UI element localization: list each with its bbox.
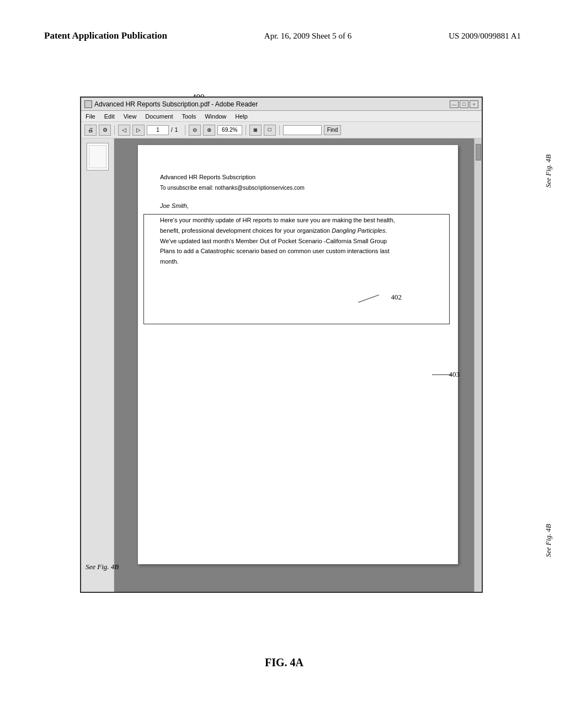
email-line2: benefit, professional development choice… (160, 227, 387, 234)
select-tool-button[interactable]: ▦ (249, 125, 262, 136)
prev-page-button[interactable]: ◁ (118, 125, 130, 136)
content-area: ↻ ◁ Advanced HR Reports Subscription To … (81, 138, 482, 592)
next-page-button[interactable]: ▷ (132, 125, 145, 136)
window-title: Advanced HR Reports Subscription.pdf - A… (94, 100, 258, 108)
find-button[interactable]: Find (324, 125, 341, 135)
page-header: Patent Application Publication Apr. 16, … (0, 30, 565, 41)
toolbar-separator-2 (185, 125, 185, 135)
page-separator: / (171, 127, 173, 133)
zoom-in-button[interactable]: ⊕ (203, 125, 215, 136)
header-date-sheet: Apr. 16, 2009 Sheet 5 of 6 (264, 31, 351, 41)
find-input[interactable] (283, 125, 322, 135)
menu-tools[interactable]: Tools (182, 113, 196, 120)
page-thumbnail[interactable] (87, 143, 109, 170)
restore-button[interactable]: □ (460, 100, 468, 108)
annotation-402: 402 (391, 293, 402, 302)
menu-view[interactable]: View (124, 113, 137, 120)
properties-button[interactable]: ⚙ (99, 125, 111, 136)
see-fig-bottom-right: See Fig. 4B (544, 524, 553, 557)
document-area[interactable]: ↻ ◁ Advanced HR Reports Subscription To … (114, 138, 482, 592)
close-button[interactable]: × (470, 100, 478, 108)
header-patent-number: US 2009/0099881 A1 (449, 31, 521, 41)
window-controls[interactable]: — □ × (450, 100, 478, 108)
zoom-out-button[interactable]: ⊖ (189, 125, 201, 136)
adobe-reader-window: Advanced HR Reports Subscription.pdf - A… (80, 97, 483, 593)
email-line1: Here's your monthly update of HR reports… (160, 217, 395, 223)
see-fig-top-right: See Fig. 4B (544, 154, 553, 188)
print-button[interactable]: 🖨 (84, 125, 97, 136)
menu-document[interactable]: Document (145, 113, 173, 120)
email-line3: We've updated last month's Member Out of… (160, 238, 387, 244)
app-icon (84, 100, 92, 108)
zoom-input[interactable] (217, 125, 242, 135)
toolbar-separator-1 (114, 125, 115, 135)
toolbar: 🖨 ⚙ ◁ ▷ / 1 ⊖ ⊕ ▦ ☐ Find (81, 122, 482, 138)
menu-file[interactable]: File (86, 113, 95, 120)
annotation-403-line (432, 374, 451, 375)
hand-tool-button[interactable]: ☐ (264, 125, 276, 136)
toolbar-separator-3 (246, 125, 246, 135)
page-number-input[interactable] (147, 125, 169, 135)
page-total: 1 (175, 127, 182, 133)
email-header: Advanced HR Reports Subscription To unsu… (160, 173, 436, 192)
scrollbar[interactable] (474, 138, 482, 592)
toolbar-separator-4 (279, 125, 280, 135)
see-fig-bottom-left: See Fig. 4B (86, 563, 119, 571)
email-body-text: Here's your monthly update of HR reports… (160, 215, 436, 266)
thumbnail-inner (89, 145, 106, 168)
email-salutation: Joe Smith, (160, 201, 436, 211)
figure-label: FIG. 4A (265, 656, 303, 669)
email-subject-line: Advanced HR Reports Subscription (160, 173, 436, 183)
menu-help[interactable]: Help (235, 113, 248, 120)
navigation-panel (81, 138, 114, 592)
email-line4: Plans to add a Catastrophic scenario bas… (160, 248, 390, 254)
menu-window[interactable]: Window (205, 113, 226, 120)
menu-bar: File Edit View Document Tools Window Hel… (81, 111, 482, 122)
email-unsubscribe-line: To unsubscribe email: nothanks@subscript… (160, 184, 436, 192)
email-body: Joe Smith, Here's your monthly update of… (160, 201, 436, 267)
email-line5: month. (160, 258, 179, 265)
menu-edit[interactable]: Edit (104, 113, 115, 120)
title-bar-left: Advanced HR Reports Subscription.pdf - A… (84, 100, 258, 108)
title-bar: Advanced HR Reports Subscription.pdf - A… (81, 98, 482, 111)
scrollbar-thumb[interactable] (476, 144, 481, 160)
document-page: Advanced HR Reports Subscription To unsu… (138, 145, 458, 564)
minimize-button[interactable]: — (450, 100, 459, 108)
header-patent-label: Patent Application Publication (44, 30, 167, 41)
